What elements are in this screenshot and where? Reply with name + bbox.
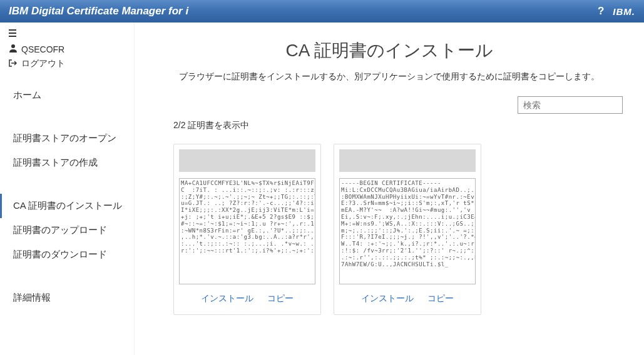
nav-group-info: 詳細情報 xyxy=(0,282,134,314)
nav-home[interactable]: ホーム xyxy=(0,83,134,108)
svg-point-3 xyxy=(11,44,15,48)
cert-card-header xyxy=(339,149,476,172)
install-button[interactable]: インストール xyxy=(361,293,414,304)
user-icon xyxy=(9,44,18,54)
search-input[interactable] xyxy=(518,96,623,114)
nav-download-cert[interactable]: 証明書のダウンロード xyxy=(0,242,134,267)
nav-group-home: ホーム xyxy=(0,79,134,111)
user-row: QSECOFR xyxy=(9,44,125,54)
logout-button[interactable]: ログアウト xyxy=(9,58,125,69)
help-icon[interactable]: ? xyxy=(598,5,604,18)
sidebar: QSECOFR ログアウト ホーム 証明書ストアのオープン 証明書ストアの作成 … xyxy=(0,22,135,355)
nav-upload-cert[interactable]: 証明書のアップロード xyxy=(0,218,134,242)
toolbar xyxy=(156,96,623,114)
logout-icon xyxy=(9,59,18,69)
cert-card-header xyxy=(179,149,315,172)
nav-group-cert: CA 証明書のインストール 証明書のアップロード 証明書のダウンロード xyxy=(0,190,134,271)
ibm-logo: IBM. xyxy=(613,6,635,17)
app-header-right: ? IBM. xyxy=(598,5,635,18)
cert-actions: インストール コピー xyxy=(174,284,320,314)
cert-card: インストール コピー xyxy=(173,144,321,315)
copy-button[interactable]: コピー xyxy=(427,293,454,304)
cert-cards-row: インストール コピー インストール コピー xyxy=(156,144,623,315)
page-subtitle: ブラウザーに証明書をインストールするか、別アプリケーションで使用するために証明書… xyxy=(156,71,623,82)
username-label: QSECOFR xyxy=(21,44,64,54)
count-text: 2/2 証明書を表示中 xyxy=(156,120,623,131)
logout-label: ログアウト xyxy=(21,58,65,69)
main-content: CA 証明書のインストール ブラウザーに証明書をインストールするか、別アプリケー… xyxy=(135,22,644,355)
cert-pem-textarea[interactable] xyxy=(339,178,476,284)
app-title: IBM Digital Certificate Manager for i xyxy=(9,5,188,18)
page-title: CA 証明書のインストール xyxy=(156,39,623,62)
layout: QSECOFR ログアウト ホーム 証明書ストアのオープン 証明書ストアの作成 … xyxy=(0,22,644,355)
nav-group-store: 証明書ストアのオープン 証明書ストアの作成 xyxy=(0,122,134,179)
sidebar-top: QSECOFR ログアウト xyxy=(0,29,134,79)
nav-install-ca[interactable]: CA 証明書のインストール xyxy=(0,194,134,218)
menu-icon[interactable] xyxy=(9,29,125,39)
install-button[interactable]: インストール xyxy=(201,293,253,304)
cert-card: インストール コピー xyxy=(334,144,481,315)
cert-actions: インストール コピー xyxy=(334,284,481,314)
app-header: IBM Digital Certificate Manager for i ? … xyxy=(0,0,644,22)
nav-open-store[interactable]: 証明書ストアのオープン xyxy=(0,126,134,151)
nav-details[interactable]: 詳細情報 xyxy=(0,286,134,310)
copy-button[interactable]: コピー xyxy=(267,293,294,304)
nav-create-store[interactable]: 証明書ストアの作成 xyxy=(0,151,134,175)
cert-pem-textarea[interactable] xyxy=(179,178,315,284)
